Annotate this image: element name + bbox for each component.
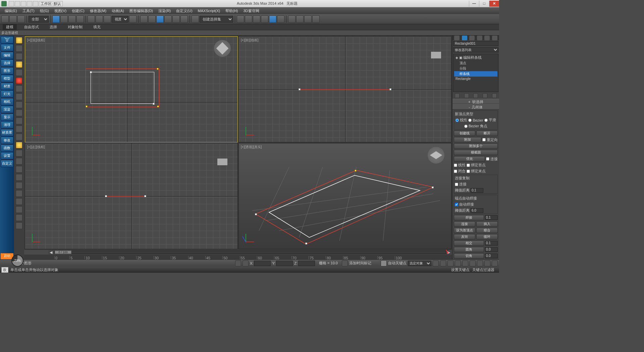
- tool-icon-19[interactable]: [16, 214, 22, 221]
- play-icon[interactable]: [447, 260, 453, 266]
- tool-icon-8[interactable]: [16, 118, 22, 124]
- spinner-snap-icon[interactable]: [180, 15, 188, 23]
- maximize-button[interactable]: □: [479, 1, 489, 7]
- rotate-icon[interactable]: [96, 15, 103, 23]
- vertex-handle[interactable]: [144, 195, 146, 197]
- fillet-button[interactable]: 圆角: [454, 247, 484, 252]
- menu-创建(C)[interactable]: 创建(C): [69, 8, 87, 14]
- stack-segment[interactable]: 分段: [454, 66, 497, 71]
- menu-3D窗帘网[interactable]: 3D窗帘网: [240, 8, 262, 14]
- menu-MAXScript(X)[interactable]: MAXScript(X): [195, 8, 223, 13]
- stack-tools[interactable]: [452, 93, 499, 98]
- perf-indicator[interactable]: 73%: [11, 255, 23, 267]
- pin-icon[interactable]: [455, 93, 460, 98]
- menu-修改器(M)[interactable]: 修改器(M): [87, 8, 109, 14]
- redo-icon[interactable]: [9, 15, 17, 23]
- qat-workspace-dd[interactable]: 工作区: 默认: [39, 1, 63, 6]
- crossinsert-button[interactable]: 相交: [454, 240, 484, 246]
- autoweld-check[interactable]: [455, 203, 458, 206]
- weld-button[interactable]: 焊接: [454, 215, 484, 220]
- weld-spinner[interactable]: 0.1: [485, 215, 498, 220]
- qat-new-icon[interactable]: [9, 1, 14, 6]
- coord-y-input[interactable]: [276, 261, 293, 266]
- reverse-button[interactable]: 反转: [454, 234, 475, 239]
- utilities-tab-icon[interactable]: [492, 36, 497, 40]
- vp-label-left[interactable]: [+][左][线框]: [27, 145, 45, 149]
- main-toolbar[interactable]: 全部 视图 创建选择集: [0, 14, 499, 24]
- threshold2-spinner[interactable]: 6.0: [471, 208, 483, 213]
- snap-angle-icon[interactable]: [164, 15, 172, 23]
- mirror-icon[interactable]: [237, 15, 244, 23]
- tool-icon-16[interactable]: [16, 190, 22, 197]
- ime-indicator[interactable]: 欢: [1, 267, 8, 273]
- leftbtn-10[interactable]: 显示: [1, 114, 13, 121]
- menu-bar[interactable]: 编辑(E)工具(T)组(G)视图(V)创建(C)修改器(M)动画(A)图形编辑器…: [0, 7, 499, 14]
- stack-spline[interactable]: 样条线: [454, 71, 497, 77]
- cycle-button[interactable]: 循环: [476, 234, 498, 239]
- lock-icon[interactable]: [235, 260, 241, 266]
- leftbtn-1[interactable]: 文件: [1, 44, 13, 51]
- viewports[interactable]: [+][顶][线框] [+][前][线框]: [24, 36, 452, 250]
- command-panel-tabs[interactable]: [452, 36, 499, 40]
- vertex-handle[interactable]: [299, 88, 301, 90]
- showend-icon[interactable]: [464, 93, 469, 98]
- tool-icon-1[interactable]: [16, 45, 22, 52]
- vertex-handle[interactable]: [355, 170, 357, 172]
- quick-access-toolbar[interactable]: 工作区: 默认: [9, 1, 63, 6]
- viewport-perspective[interactable]: [+][透视][真实]: [238, 143, 451, 249]
- nav-max-icon[interactable]: [492, 260, 498, 266]
- select-object-icon[interactable]: [52, 15, 60, 23]
- radio-bezier[interactable]: [468, 119, 472, 122]
- rollout-geometry[interactable]: - 几何体: [452, 104, 499, 109]
- vertex-handle[interactable]: [105, 195, 107, 197]
- layers-icon[interactable]: [253, 15, 260, 23]
- linear-check[interactable]: [454, 164, 457, 167]
- create-line-button[interactable]: 创建线: [454, 131, 475, 136]
- connect2-check[interactable]: [455, 183, 458, 186]
- leftbtn-2[interactable]: 编辑: [1, 52, 13, 59]
- qat-redo-icon[interactable]: [33, 1, 38, 6]
- leftbtn-12[interactable]: 材质库: [1, 129, 13, 136]
- insert-button[interactable]: 插入: [476, 221, 498, 227]
- undo-icon[interactable]: [1, 15, 9, 23]
- refcoord-select[interactable]: 视图: [112, 16, 128, 23]
- leftbtn-8[interactable]: 相机: [1, 98, 13, 105]
- leftbtn-15[interactable]: 设置: [1, 152, 13, 160]
- tool-icon-13[interactable]: [16, 166, 22, 173]
- menu-视图(V)[interactable]: 视图(V): [52, 8, 69, 14]
- nav-zoom-icon[interactable]: [477, 260, 483, 266]
- select-region-icon[interactable]: [68, 15, 76, 23]
- tool-icon-17[interactable]: [16, 198, 22, 205]
- unique-icon[interactable]: [473, 93, 478, 98]
- autokey-button[interactable]: [381, 260, 387, 266]
- modifier-stack[interactable]: ◈ ▣ 编辑样条线 顶点 分段 样条线 Rectangle: [453, 54, 498, 92]
- goto-end-icon[interactable]: [462, 260, 468, 266]
- goto-start-icon[interactable]: [433, 260, 439, 266]
- keyfilter-label[interactable]: 关键点过滤器: [472, 267, 494, 272]
- tool-icon-7[interactable]: [16, 109, 22, 116]
- leftbtn-4[interactable]: 图形: [1, 67, 13, 75]
- break-button[interactable]: 断开: [476, 131, 498, 136]
- light-icon[interactable]: [16, 37, 22, 44]
- radio-smooth[interactable]: [484, 119, 488, 122]
- create-tab-icon[interactable]: [454, 36, 460, 40]
- qat-save-icon[interactable]: [21, 1, 26, 6]
- leftbtn-3[interactable]: 选择: [1, 59, 13, 67]
- tool-icon-18[interactable]: [16, 206, 22, 213]
- config-icon[interactable]: [492, 93, 497, 98]
- curve-editor-icon[interactable]: [261, 15, 268, 23]
- vertex-handle[interactable]: [389, 88, 391, 90]
- fillet-spinner[interactable]: 0.0: [485, 247, 498, 252]
- tool-icon-3[interactable]: [16, 69, 22, 76]
- chamfer-spinner[interactable]: 0.0: [485, 254, 498, 258]
- vertex-handle[interactable]: [255, 213, 257, 215]
- menu-工具(T)[interactable]: 工具(T): [20, 8, 37, 14]
- vp-label-top[interactable]: [+][顶][线框]: [27, 38, 45, 43]
- ribbon-tab-0[interactable]: 建模: [3, 24, 17, 30]
- ribbon-tab-1[interactable]: 自由形式: [21, 24, 42, 30]
- vertex-handle[interactable]: [86, 105, 88, 107]
- attach-mult-button[interactable]: 附加多个: [454, 143, 498, 149]
- menu-帮助(H)[interactable]: 帮助(H): [223, 8, 240, 14]
- select-by-name-icon[interactable]: [60, 15, 68, 23]
- editnamedsel-icon[interactable]: [192, 15, 199, 23]
